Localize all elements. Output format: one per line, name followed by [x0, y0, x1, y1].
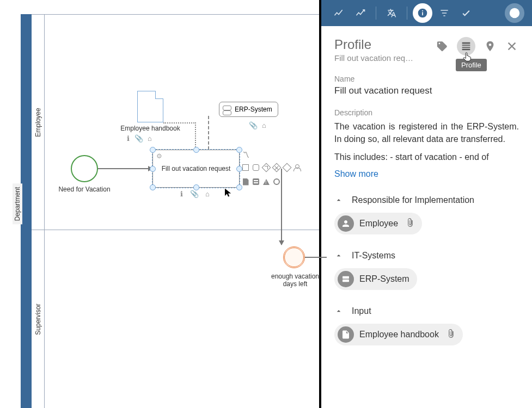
intermediate-event-label: enough vacation days left	[267, 273, 323, 288]
add-data-icon[interactable]	[252, 178, 260, 186]
section-responsible-toggle[interactable]: Responsible for Implementation	[334, 195, 519, 205]
info-dot-icon: ℹ	[124, 134, 132, 142]
svg-rect-1	[422, 12, 423, 15]
add-xgateway-icon[interactable]	[262, 164, 270, 171]
profile-icon[interactable]	[457, 37, 475, 55]
info-dot-icon: ℹ	[178, 190, 185, 197]
svg-text:?: ?	[512, 9, 517, 17]
profile-panel: Profile Fill out vacation req… Profile N…	[321, 26, 532, 408]
chip-employee-label: Employee	[359, 219, 398, 228]
task-indicators: ℹ 📎 ⌂	[178, 190, 211, 197]
chip-handbook[interactable]: Employee handbook	[334, 324, 463, 345]
panel-header: Profile Fill out vacation req… Profile	[334, 37, 519, 63]
info-button[interactable]	[413, 3, 432, 23]
context-pad-bot[interactable]	[242, 178, 280, 186]
add-task-icon[interactable]	[242, 164, 249, 171]
section-it: IT-Systems ERP-System	[334, 251, 519, 290]
person-icon	[338, 215, 354, 232]
profile-tooltip: Profile	[456, 59, 487, 71]
attachment-icon	[447, 329, 455, 340]
attachment-icon: 📎	[135, 134, 143, 142]
panel-subtitle: Fill out vacation req…	[334, 53, 413, 63]
top-toolbar: ?	[321, 0, 532, 26]
close-icon[interactable]	[505, 39, 519, 53]
add-participant-icon[interactable]	[293, 164, 301, 171]
mouse-cursor	[223, 188, 233, 197]
context-pad-mid[interactable]	[242, 164, 301, 171]
lane-supervisor-tab[interactable]: Supervisor	[32, 230, 45, 408]
system-icon	[338, 271, 354, 287]
start-event-label: Need for Vacation	[54, 186, 114, 193]
add-cgateway-icon[interactable]	[283, 164, 291, 171]
add-warning-icon[interactable]	[262, 178, 270, 186]
panel-header-actions: Profile	[435, 37, 519, 55]
filter-button[interactable]	[435, 3, 454, 23]
help-button[interactable]: ?	[505, 3, 524, 23]
chip-handbook-label: Employee handbook	[359, 330, 439, 339]
flow-task-to-event-v	[281, 169, 282, 233]
tag-icon[interactable]	[435, 39, 449, 53]
section-input-toggle[interactable]: Input	[334, 306, 519, 316]
resize-handle-n[interactable]	[193, 147, 199, 153]
chip-erp[interactable]: ERP-System	[334, 268, 417, 290]
side-panel: ? Profile Fill out vacation req… Profile	[321, 0, 532, 408]
name-label: Name	[334, 75, 519, 83]
task-type-icon: ⚙	[156, 152, 162, 160]
org-icon: ⌂	[146, 134, 154, 142]
description-text-2: This includes: - start of vacation - end…	[334, 151, 519, 163]
lane-employee-label: Employee	[34, 108, 42, 137]
lane-employee-tab[interactable]: Employee	[32, 15, 45, 230]
chevron-up-icon	[334, 251, 343, 260]
pool-spine	[21, 14, 32, 408]
svg-point-8	[344, 280, 345, 281]
add-end-icon[interactable]	[273, 178, 280, 186]
svg-rect-2	[422, 10, 423, 11]
description-label: Description	[334, 108, 519, 117]
document-icon	[338, 326, 354, 343]
erp-indicators: 📎 ⌂	[249, 121, 268, 129]
handbook-node[interactable]	[137, 91, 163, 122]
handbook-indicators: ℹ 📎 ⌂	[124, 134, 154, 142]
task-label: Fill out vacation request	[158, 165, 234, 172]
trend-up-button[interactable]	[351, 3, 370, 23]
erp-node-label: ERP-System	[235, 106, 272, 113]
add-tool-icon[interactable]	[252, 164, 260, 171]
chevron-up-icon	[334, 307, 343, 316]
assoc-erp	[208, 116, 209, 150]
section-responsible: Responsible for Implementation Employee	[334, 195, 519, 234]
trend-icon[interactable]: 〽	[242, 151, 249, 158]
resize-handle-w[interactable]	[150, 166, 156, 172]
context-pad-top[interactable]: 〽	[242, 151, 249, 158]
translate-button[interactable]	[382, 3, 401, 23]
intermediate-event[interactable]	[283, 246, 305, 268]
add-pgateway-icon[interactable]	[273, 164, 280, 171]
svg-point-7	[344, 277, 345, 278]
flow-start-to-task	[98, 168, 152, 169]
panel-title: Profile	[334, 37, 413, 52]
pool-label: Department	[13, 184, 22, 225]
attachment-icon: 📎	[191, 190, 198, 197]
task-fill-vacation[interactable]: Fill out vacation request ⚙	[152, 150, 240, 188]
section-input-title: Input	[352, 306, 371, 316]
flow-event-out	[305, 257, 327, 258]
process-canvas[interactable]: Department Employee Need for Vacation Em…	[0, 0, 321, 408]
attachment-icon: 📎	[249, 121, 257, 129]
toolbar-separator	[407, 7, 407, 20]
org-icon: ⌂	[204, 190, 211, 197]
check-button[interactable]	[456, 3, 476, 23]
org-icon: ⌂	[260, 121, 268, 129]
lane-employee[interactable]: Employee Need for Vacation Employee hand…	[32, 14, 319, 230]
add-doc-icon[interactable]	[242, 178, 249, 186]
place-icon[interactable]	[483, 39, 497, 53]
section-it-toggle[interactable]: IT-Systems	[334, 251, 519, 261]
description-text-1: The vacation is registered in the ERP-Sy…	[334, 120, 519, 145]
lane-supervisor[interactable]: Supervisor enough vacation days left	[32, 230, 319, 408]
erp-node[interactable]: ERP-System	[219, 102, 278, 117]
resize-handle-nw[interactable]	[150, 147, 156, 153]
chip-employee[interactable]: Employee	[334, 213, 422, 234]
resize-handle-sw[interactable]	[150, 184, 156, 190]
show-more-link[interactable]: Show more	[334, 169, 378, 179]
trend-button[interactable]	[329, 3, 348, 23]
flow-task-to-event-head	[281, 233, 282, 245]
start-event[interactable]	[71, 155, 98, 182]
